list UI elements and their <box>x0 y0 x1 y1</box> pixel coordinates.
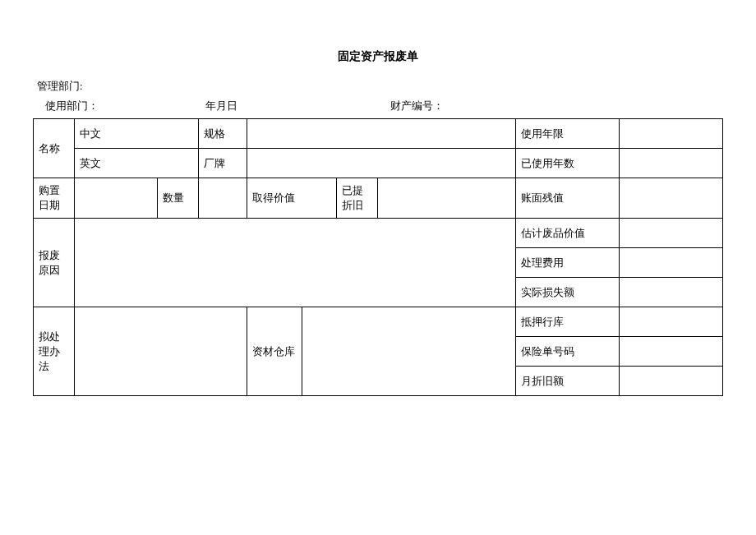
cell-monthly-dep: 月折旧额 <box>516 367 620 396</box>
header-line-2: 使用部门： 年月日 财产编号： <box>33 99 723 113</box>
cell-actual-loss: 实际损失额 <box>516 278 620 307</box>
mgmt-dept-label: 管理部门: <box>37 79 83 94</box>
date-label: 年月日 <box>205 99 390 113</box>
cell-insurance-no-value <box>620 337 723 367</box>
cell-est-scrap-value: 估计废品价值 <box>516 219 620 248</box>
cell-mortgage-bank: 抵押行库 <box>516 307 620 337</box>
cell-spec-value <box>247 119 516 149</box>
cell-brand: 厂牌 <box>199 149 247 178</box>
cell-used-years-value <box>620 149 723 178</box>
cell-scrap-reason: 报废原因 <box>34 219 75 307</box>
cell-material-warehouse: 资材仓库 <box>247 307 302 396</box>
cell-purchase-date-value <box>75 178 158 219</box>
asset-no-label: 财产编号： <box>390 99 444 113</box>
cell-acquire-value: 取得价值 <box>247 178 337 219</box>
cell-est-scrap-value-value <box>620 219 723 248</box>
cell-brand-value <box>247 149 516 178</box>
cell-disposal-method-value <box>75 307 247 396</box>
main-table: 名称 中文 规格 使用年限 英文 厂牌 已使用年数 购置日期 数量 取得价值 已… <box>33 118 723 396</box>
form-title: 固定资产报废单 <box>33 49 723 64</box>
cell-quantity-value <box>199 178 247 219</box>
cell-insurance-no: 保险单号码 <box>516 337 620 367</box>
cell-disposal-method: 拟处理办法 <box>34 307 75 396</box>
cell-chinese: 中文 <box>75 119 199 149</box>
cell-scrap-reason-value <box>75 219 516 307</box>
cell-purchase-date: 购置日期 <box>34 178 75 219</box>
cell-accum-dep-value <box>378 178 516 219</box>
cell-quantity: 数量 <box>157 178 198 219</box>
cell-disposal-fee: 处理费用 <box>516 248 620 278</box>
use-dept-label: 使用部门： <box>45 99 205 113</box>
cell-used-years: 已使用年数 <box>516 149 620 178</box>
cell-name: 名称 <box>34 119 75 178</box>
cell-book-residual: 账面残值 <box>516 178 620 219</box>
cell-disposal-fee-value <box>620 248 723 278</box>
cell-material-warehouse-value <box>302 307 516 396</box>
cell-monthly-dep-value <box>620 367 723 396</box>
header-line-1: 管理部门: <box>33 79 723 94</box>
cell-actual-loss-value <box>620 278 723 307</box>
cell-accum-dep: 已提折旧 <box>337 178 378 219</box>
cell-mortgage-bank-value <box>620 307 723 337</box>
cell-english: 英文 <box>75 149 199 178</box>
cell-book-residual-value <box>620 178 723 219</box>
cell-spec: 规格 <box>199 119 247 149</box>
cell-useful-life: 使用年限 <box>516 119 620 149</box>
cell-useful-life-value <box>620 119 723 149</box>
